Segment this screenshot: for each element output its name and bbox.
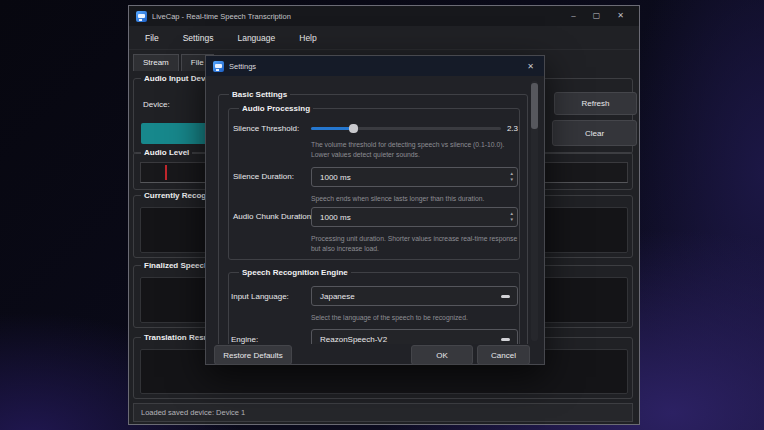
spin-down-icon[interactable]: ▼ — [510, 218, 514, 223]
main-titlebar: LiveCap - Real-time Speech Transcription… — [129, 6, 639, 26]
engine-label: Engine: — [231, 335, 258, 344]
silence-threshold-value: 2.3 — [496, 124, 518, 133]
window-title: LiveCap - Real-time Speech Transcription — [152, 12, 291, 21]
status-bar: Loaded saved device: Device 1 — [133, 403, 633, 422]
silence-duration-label: Silence Duration: — [233, 172, 294, 181]
slider-handle[interactable] — [349, 124, 358, 133]
audio-chunk-duration-label: Audio Chunk Duration: — [233, 212, 314, 221]
settings-dialog: Settings ✕ Basic Settings Audio Processi… — [205, 55, 545, 365]
input-language-label: Input Language: — [231, 292, 289, 301]
menu-settings[interactable]: Settings — [171, 28, 226, 48]
close-icon[interactable]: ✕ — [617, 12, 624, 20]
maximize-icon[interactable]: ▢ — [593, 12, 601, 20]
input-language-dropdown[interactable]: Japanese — [311, 286, 518, 306]
engine-value: ReazonSpeech-V2 — [320, 335, 387, 344]
cancel-button[interactable]: Cancel — [477, 345, 530, 365]
dropdown-icon — [501, 295, 510, 298]
spin-up-icon[interactable]: ▲ — [510, 212, 514, 217]
group-title-audio-processing: Audio Processing — [239, 104, 313, 113]
scrollbar-thumb[interactable] — [531, 83, 538, 129]
clear-button[interactable]: Clear — [552, 120, 637, 146]
group-title-basic-settings: Basic Settings — [229, 90, 290, 99]
input-language-help: Select the language of the speech to be … — [311, 313, 521, 323]
minimize-icon[interactable]: – — [571, 12, 575, 20]
dialog-logo-icon — [213, 61, 224, 72]
app-logo-icon — [136, 11, 147, 22]
device-label: Device: — [143, 100, 170, 109]
refresh-button[interactable]: Refresh — [554, 92, 637, 115]
audio-chunk-duration-help: Processing unit duration. Shorter values… — [311, 234, 523, 253]
panel-title-audio-level: Audio Level — [141, 148, 192, 157]
silence-threshold-label: Silence Threshold: — [233, 124, 299, 133]
restore-defaults-button[interactable]: Restore Defaults — [214, 345, 292, 365]
dialog-title: Settings — [229, 62, 256, 71]
menu-file[interactable]: File — [133, 28, 171, 48]
dialog-close-icon[interactable]: ✕ — [527, 62, 537, 71]
dialog-titlebar: Settings ✕ — [206, 56, 544, 76]
ok-button[interactable]: OK — [411, 345, 473, 365]
spin-down-icon[interactable]: ▼ — [510, 178, 514, 183]
dialog-scroll-area: Basic Settings Audio Processing Silence … — [206, 76, 544, 344]
audio-chunk-duration-spinbox[interactable]: 1000 ms ▲ ▼ — [311, 207, 518, 227]
status-text: Loaded saved device: Device 1 — [141, 408, 245, 417]
slider-fill — [311, 127, 353, 130]
audio-level-indicator — [165, 165, 167, 180]
silence-threshold-slider[interactable] — [311, 124, 501, 133]
spin-up-icon[interactable]: ▲ — [510, 172, 514, 177]
input-language-value: Japanese — [320, 292, 355, 301]
engine-dropdown[interactable]: ReazonSpeech-V2 — [311, 329, 518, 344]
silence-duration-spinbox[interactable]: 1000 ms ▲ ▼ — [311, 167, 518, 187]
group-title-speech-recognition-engine: Speech Recognition Engine — [239, 268, 351, 277]
audio-chunk-duration-value: 1000 ms — [320, 213, 351, 222]
dropdown-icon — [501, 338, 510, 341]
menu-language[interactable]: Language — [225, 28, 287, 48]
dialog-scrollbar[interactable] — [531, 81, 538, 341]
panel-title-finalized-speech: Finalized Speech — [141, 261, 212, 270]
silence-threshold-help: The volume threshold for detecting speec… — [311, 140, 516, 159]
menubar: File Settings Language Help — [129, 26, 639, 50]
silence-duration-value: 1000 ms — [320, 173, 351, 182]
tab-stream[interactable]: Stream — [133, 54, 179, 71]
silence-duration-help: Speech ends when silence lasts longer th… — [311, 194, 521, 204]
menu-help[interactable]: Help — [287, 28, 328, 48]
